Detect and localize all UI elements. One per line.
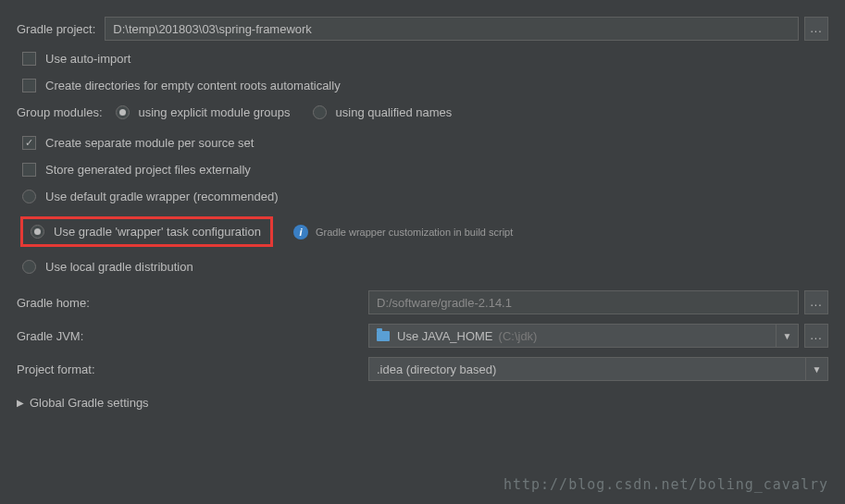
gradle-jvm-value: Use JAVA_HOME <box>397 329 493 343</box>
wrapper-task-radio[interactable] <box>31 225 44 239</box>
gradle-project-label: Gradle project: <box>17 22 95 36</box>
auto-import-checkbox[interactable] <box>22 52 36 66</box>
separate-module-label: Create separate module per source set <box>45 136 254 150</box>
gradle-home-input <box>368 290 799 314</box>
wrapper-info-text: Gradle wrapper customization in build sc… <box>316 227 513 238</box>
store-external-checkbox[interactable] <box>22 163 36 177</box>
create-dirs-label: Create directories for empty content roo… <box>45 79 341 92</box>
project-format-label: Project format: <box>17 363 368 376</box>
global-settings-label: Global Gradle settings <box>30 396 149 410</box>
watermark-text: http://blog.csdn.net/boling_cavalry <box>503 476 828 493</box>
chevron-down-icon: ▼ <box>776 325 798 347</box>
browse-jvm-button[interactable]: ... <box>804 324 828 348</box>
create-dirs-checkbox[interactable] <box>22 79 36 92</box>
folder-icon <box>377 331 390 341</box>
wrapper-task-label: Use gradle 'wrapper' task configuration <box>54 225 261 239</box>
separate-module-checkbox[interactable] <box>22 136 36 150</box>
wrapper-task-highlight: Use gradle 'wrapper' task configuration <box>20 216 273 247</box>
browse-project-button[interactable]: ... <box>804 17 828 41</box>
gradle-jvm-path: (C:\jdk) <box>499 329 538 343</box>
group-qualified-radio[interactable] <box>313 105 327 119</box>
local-dist-label: Use local gradle distribution <box>45 260 193 274</box>
group-modules-label: Group modules: <box>17 105 103 119</box>
chevron-right-icon: ▶ <box>17 398 24 408</box>
gradle-jvm-select[interactable]: Use JAVA_HOME (C:\jdk) ▼ <box>368 324 799 348</box>
project-format-value: .idea (directory based) <box>377 363 496 376</box>
store-external-label: Store generated project files externally <box>45 163 251 177</box>
gradle-project-input[interactable] <box>105 17 799 41</box>
group-explicit-radio[interactable] <box>116 105 130 119</box>
browse-gradle-home-button[interactable]: ... <box>804 290 828 314</box>
auto-import-label: Use auto-import <box>45 52 130 66</box>
default-wrapper-label: Use default gradle wrapper (recommended) <box>45 190 278 203</box>
project-format-select[interactable]: .idea (directory based) ▼ <box>368 357 828 381</box>
group-explicit-label: using explicit module groups <box>139 105 291 119</box>
gradle-jvm-label: Gradle JVM: <box>17 329 368 343</box>
info-icon: i <box>293 225 308 240</box>
gradle-home-label: Gradle home: <box>17 296 368 310</box>
default-wrapper-radio[interactable] <box>22 190 36 203</box>
group-qualified-label: using qualified names <box>336 105 453 119</box>
global-settings-expander[interactable]: ▶ Global Gradle settings <box>17 396 828 410</box>
local-dist-radio[interactable] <box>22 260 36 274</box>
chevron-down-icon: ▼ <box>805 358 827 380</box>
